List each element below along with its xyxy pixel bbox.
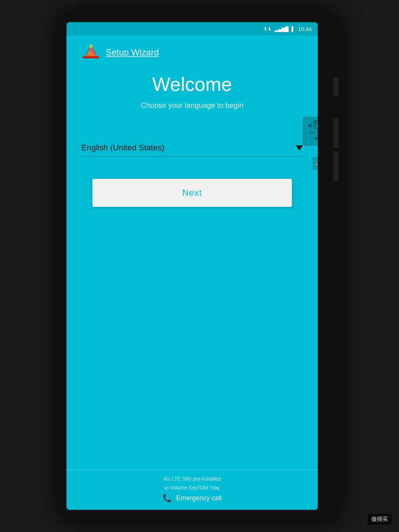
welcome-title: Welcome <box>152 73 232 95</box>
dropdown-arrow-icon <box>296 145 303 150</box>
volume-down-button[interactable] <box>333 151 338 181</box>
language-value[interactable]: English (United States) <box>81 139 303 157</box>
signal-bars-icon: ▂▄▆█ <box>274 26 289 32</box>
svg-point-6 <box>92 52 94 54</box>
phone-icon: 📞 <box>163 494 172 502</box>
status-bar: ⬆⬇ ▂▄▆█ ▌ 10:44 <box>66 22 318 35</box>
language-selector[interactable]: English (United States) <box>81 139 303 157</box>
volume-controls-panel: 🔊 ▶ <box>313 157 318 170</box>
svg-point-5 <box>90 50 92 51</box>
app-title-text: Setup Wizard <box>106 47 159 58</box>
svg-rect-9 <box>315 124 318 127</box>
app-header: Setup Wizard <box>81 43 303 62</box>
svg-point-4 <box>88 52 90 54</box>
next-button[interactable]: Next <box>92 179 292 207</box>
power-button[interactable] <box>333 78 338 96</box>
watermark: 值得买 <box>368 514 392 525</box>
footer-info-text2: in Volume Key/SIM Tray <box>81 485 303 491</box>
svg-marker-8 <box>314 121 317 123</box>
screen: ⬆⬇ ▂▄▆█ ▌ 10:44 <box>66 22 318 510</box>
phone-frame: ⬆⬇ ▂▄▆█ ▌ 10:44 <box>59 11 340 521</box>
sim-tray-tooltip: ◀ SIM Tray ▼ <box>303 117 318 146</box>
sim-card-icon <box>313 120 318 130</box>
volume-up-button[interactable] <box>333 118 338 148</box>
volume-icon-row: 🔊 ▶ <box>315 161 318 166</box>
selected-language: English (United States) <box>81 143 164 153</box>
sim-arrow-down-icon: ▼ <box>313 136 318 142</box>
status-time: 10:44 <box>298 26 312 32</box>
signal-icon: ⬆⬇ <box>263 26 272 32</box>
speaker-icon: 🔊 <box>315 161 318 166</box>
battery-icon: ▌ <box>291 26 295 32</box>
subtitle-text: Choose your language to begin <box>141 101 243 110</box>
emergency-call[interactable]: 📞 Emergency call <box>81 494 303 502</box>
emergency-label: Emergency call <box>176 494 222 502</box>
footer: 4G LTE SIM pre-installed in Volume Key/S… <box>66 470 318 510</box>
sim-tray-label: SIM Tray <box>308 130 318 135</box>
main-content: Setup Wizard Welcome Choose your languag… <box>66 35 318 470</box>
footer-info-text: 4G LTE SIM pre-installed <box>81 476 303 482</box>
sim-arrow-left-icon: ◀ <box>307 122 311 129</box>
app-logo <box>81 43 100 62</box>
